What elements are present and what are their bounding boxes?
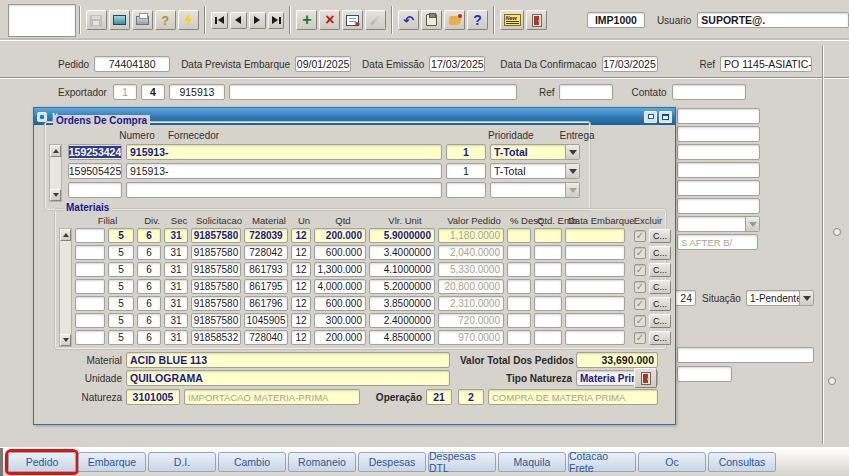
filial-cell[interactable]: 5 [108, 245, 134, 260]
operacao-code2-field[interactable]: 2 [458, 389, 484, 405]
excluir-checkbox[interactable]: ✓ [634, 247, 646, 259]
natureza-code-field[interactable]: 3101005 [126, 389, 180, 405]
qtd-cell[interactable]: 600.000 [314, 296, 366, 311]
background-field[interactable] [677, 144, 760, 160]
exit-button[interactable] [526, 10, 547, 30]
filial-cell[interactable]: 5 [108, 313, 134, 328]
un-cell[interactable]: 12 [291, 279, 311, 294]
filial-cell[interactable]: 5 [108, 262, 134, 277]
numero-cell[interactable]: 159253424 [68, 144, 122, 160]
perc-desc-cell[interactable] [507, 279, 531, 294]
valor-pedido-cell[interactable]: 20,800.0000 [438, 279, 504, 294]
qtd-cell[interactable]: 300.000 [314, 313, 366, 328]
excluir-checkbox[interactable]: ✓ [634, 230, 646, 242]
div-cell[interactable]: 6 [137, 330, 161, 345]
qtd-emb-cell[interactable] [534, 245, 562, 260]
perc-desc-cell[interactable] [507, 228, 531, 243]
tab[interactable]: Maquila [498, 452, 566, 472]
vlr-unit-cell[interactable]: 4.8500000 [369, 330, 435, 345]
scroll-up-button[interactable] [50, 145, 61, 157]
nav-next-button[interactable] [249, 12, 266, 29]
tab[interactable]: Cotacao Frete [568, 452, 636, 472]
excluir-checkbox[interactable]: ✓ [634, 298, 646, 310]
prioridade-cell[interactable]: 1 [446, 163, 486, 179]
data-embarque-cell[interactable] [565, 262, 625, 277]
solicitacao-cell[interactable]: 91857580 [191, 262, 241, 277]
qtd-emb-cell[interactable] [534, 262, 562, 277]
valor-pedido-cell[interactable]: 2,310.0000 [438, 296, 504, 311]
entrega-dropdown[interactable]: T-Total [490, 144, 580, 160]
data-embarque-cell[interactable] [565, 296, 625, 311]
un-cell[interactable]: 12 [291, 296, 311, 311]
filial-cell[interactable]: 5 [108, 296, 134, 311]
materiais-scrollbar[interactable] [59, 228, 72, 347]
perc-desc-cell[interactable] [507, 296, 531, 311]
excluir-checkbox[interactable]: ✓ [634, 315, 646, 327]
data-confirmacao-field[interactable]: 17/03/2025 [602, 56, 658, 72]
operacao-desc-field[interactable]: COMPRA DE MATERIA PRIMA [488, 389, 658, 405]
c-button[interactable]: C... [649, 297, 671, 311]
ordens-scrollbar[interactable] [49, 144, 62, 202]
perc-desc-cell[interactable] [507, 330, 531, 345]
scroll-down-button[interactable] [50, 189, 61, 201]
fornecedor-cell[interactable] [126, 182, 442, 198]
edit-wand-button[interactable] [365, 10, 386, 30]
contato-field[interactable] [672, 84, 746, 100]
valor-pedido-cell[interactable]: 5,330.0000 [438, 262, 504, 277]
exportador-code3-field[interactable]: 915913 [169, 84, 225, 100]
valor-pedido-cell[interactable]: 720.0000 [438, 313, 504, 328]
nav-first-button[interactable] [211, 12, 228, 29]
days-after-bl-field[interactable]: S AFTER B/ [677, 234, 758, 250]
material-cell[interactable]: 728042 [244, 245, 288, 260]
entrega-dropdown[interactable]: T-Total [490, 163, 580, 179]
data-embarque-cell[interactable] [565, 330, 625, 345]
qtd-cell[interactable]: 200.000 [314, 228, 366, 243]
prioridade-cell[interactable]: 1 [446, 144, 486, 160]
tab[interactable]: Cambio [218, 452, 286, 472]
excluir-checkbox[interactable]: ✓ [634, 332, 646, 344]
qtd-emb-cell[interactable] [534, 228, 562, 243]
material-cell[interactable]: 861795 [244, 279, 288, 294]
ref-field[interactable]: PO 1145-ASIATIC-C [720, 56, 812, 72]
item-cell[interactable] [75, 296, 105, 311]
print-button[interactable] [132, 10, 153, 30]
fornecedor-cell[interactable]: 915913- [126, 163, 442, 179]
item-cell[interactable] [75, 279, 105, 294]
fornecedor-cell[interactable]: 915913- [126, 144, 442, 160]
div-cell[interactable]: 6 [137, 296, 161, 311]
scroll-down-button[interactable] [60, 334, 71, 346]
valor-pedido-cell[interactable]: 970.0000 [438, 330, 504, 345]
exportador-name-field[interactable] [229, 84, 517, 100]
filial-cell[interactable]: 5 [108, 330, 134, 345]
sec-cell[interactable]: 31 [164, 245, 188, 260]
solicitacao-cell[interactable]: 91857580 [191, 279, 241, 294]
chevron-down-icon[interactable] [565, 164, 579, 178]
delete-record-button[interactable]: × [319, 10, 340, 30]
c-button[interactable]: C... [649, 280, 671, 294]
div-cell[interactable]: 6 [137, 313, 161, 328]
solicitacao-cell[interactable]: 91857580 [191, 245, 241, 260]
un-cell[interactable]: 12 [291, 262, 311, 277]
filial-cell[interactable]: 5 [108, 279, 134, 294]
paste-button[interactable] [421, 10, 442, 30]
background-field[interactable] [677, 108, 760, 124]
c-button[interactable]: C... [649, 263, 671, 277]
item-cell[interactable] [75, 262, 105, 277]
sec-cell[interactable]: 31 [164, 262, 188, 277]
div-cell[interactable]: 6 [137, 279, 161, 294]
nav-prev-button[interactable] [230, 12, 247, 29]
exportador-ref-field[interactable] [559, 84, 613, 100]
qtd-emb-cell[interactable] [534, 296, 562, 311]
solicitacao-cell[interactable]: 91858532 [191, 330, 241, 345]
perc-desc-cell[interactable] [507, 313, 531, 328]
context-help-button[interactable]: ? [155, 10, 176, 30]
vlr-unit-cell[interactable]: 5.2000000 [369, 279, 435, 294]
numero-cell[interactable]: 159505425 [68, 163, 122, 179]
vlr-unit-cell[interactable]: 4.1000000 [369, 262, 435, 277]
background-field[interactable] [677, 198, 760, 214]
perc-desc-cell[interactable] [507, 245, 531, 260]
item-cell[interactable] [75, 330, 105, 345]
background-field[interactable] [677, 347, 814, 363]
news-button[interactable]: New [500, 10, 524, 30]
filial-cell[interactable]: 5 [108, 228, 134, 243]
